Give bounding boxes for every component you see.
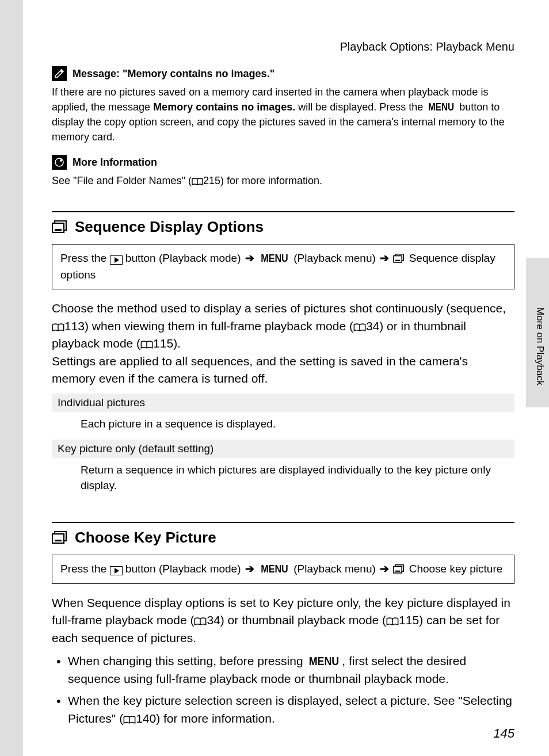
note-title-text: Message: "Memory contains no images." xyxy=(73,68,274,80)
svg-rect-8 xyxy=(394,567,402,573)
book-icon xyxy=(353,323,366,332)
manual-page: Playback Options: Playback Menu Message:… xyxy=(23,0,549,756)
book-icon xyxy=(140,341,153,349)
book-icon xyxy=(386,617,399,626)
page-number: 145 xyxy=(493,726,514,741)
option-key-picture-only: Key picture only (default setting) xyxy=(52,440,514,458)
arrow-right-icon: ➔ xyxy=(244,563,256,575)
menu-button-label: MENU xyxy=(428,100,454,114)
section-choose-key-picture: Choose Key Picture Press the button (Pla… xyxy=(52,522,514,727)
section-title: Choose Key Picture xyxy=(52,529,514,547)
note-title-text: More Information xyxy=(73,156,157,169)
menu-button-label: MENU xyxy=(309,652,340,670)
book-icon xyxy=(123,716,136,724)
nav-path: Press the button (Playback mode) ➔ MENU … xyxy=(52,555,514,584)
svg-rect-2 xyxy=(52,223,64,232)
note-body: See "File and Folder Names" (215) for mo… xyxy=(52,173,514,188)
stack-icon xyxy=(393,564,406,574)
stack-icon xyxy=(52,531,69,545)
book-icon xyxy=(52,323,64,332)
divider xyxy=(52,522,514,523)
arrow-right-icon: ➔ xyxy=(244,252,256,264)
menu-button-label: MENU xyxy=(261,561,288,578)
list-item: When the key picture selection screen is… xyxy=(55,692,514,727)
arrow-right-icon: ➔ xyxy=(379,563,390,575)
stack-icon xyxy=(393,254,406,264)
svg-rect-7 xyxy=(55,540,62,541)
arrow-right-icon: ➔ xyxy=(379,252,390,264)
info-icon xyxy=(52,155,67,170)
stack-icon xyxy=(52,220,69,234)
section-title-text: Choose Key Picture xyxy=(75,529,216,547)
list-item: When changing this setting, before press… xyxy=(55,652,514,688)
option-body: Return a sequence in which pictures are … xyxy=(52,458,514,499)
note-body: If there are no pictures saved on a memo… xyxy=(52,85,514,144)
playback-icon xyxy=(110,566,123,575)
breadcrumb: Playback Options: Playback Menu xyxy=(52,40,514,54)
section-title-text: Sequence Display Options xyxy=(75,218,264,236)
pencil-icon xyxy=(52,66,67,81)
section-title: Sequence Display Options xyxy=(52,218,514,236)
option-body: Each picture in a sequence is displayed. xyxy=(52,412,514,438)
svg-rect-5 xyxy=(395,260,401,261)
option-individual-pictures: Individual pictures xyxy=(52,394,514,412)
nav-path: Press the button (Playback mode) ➔ MENU … xyxy=(52,244,514,289)
svg-point-0 xyxy=(55,158,63,166)
section-sequence-display-options: Sequence Display Options Press the butto… xyxy=(52,211,514,499)
book-icon xyxy=(194,617,207,626)
note-title: More Information xyxy=(52,155,514,170)
svg-rect-6 xyxy=(52,534,64,543)
svg-rect-9 xyxy=(395,571,401,572)
note-more-information: More Information See "File and Folder Na… xyxy=(52,155,514,188)
bullet-list: When changing this setting, before press… xyxy=(52,652,514,727)
side-tab-label: More on Playback xyxy=(534,307,546,385)
divider xyxy=(52,211,514,212)
svg-rect-3 xyxy=(55,229,62,231)
book-icon xyxy=(192,178,203,186)
svg-point-1 xyxy=(60,159,62,162)
note-memory-contains-no-images: Message: "Memory contains no images." If… xyxy=(52,66,514,144)
svg-rect-4 xyxy=(394,256,402,262)
note-title: Message: "Memory contains no images." xyxy=(52,66,514,81)
menu-button-label: MENU xyxy=(261,250,288,267)
body-text: When Sequence display options is set to … xyxy=(52,594,514,647)
body-text: Choose the method used to display a seri… xyxy=(52,300,514,387)
playback-icon xyxy=(110,255,123,265)
